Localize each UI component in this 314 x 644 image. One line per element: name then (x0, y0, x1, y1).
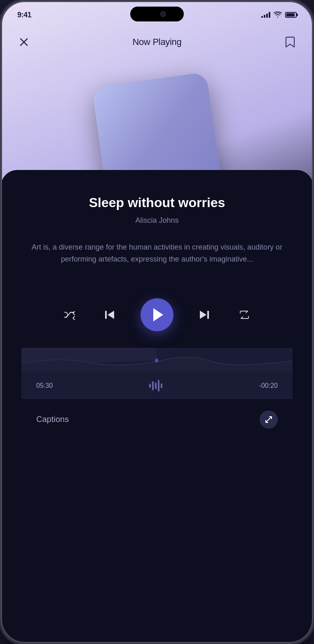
header: Now Playing (1, 26, 313, 54)
play-icon (153, 308, 163, 321)
time-row: 05:30 -00:20 (21, 373, 293, 399)
signal-icon (261, 12, 270, 18)
captions-bar: Captions (21, 399, 293, 440)
waveform-center-bars (149, 379, 162, 392)
status-time: 9:41 (17, 11, 31, 19)
dark-section: Sleep without worries Aliscia Johns Art … (1, 170, 313, 643)
track-title: Sleep without worries (21, 195, 293, 210)
status-icons (261, 12, 297, 18)
wifi-icon (274, 12, 282, 18)
svg-rect-1 (207, 311, 209, 319)
progress-section[interactable]: 05:30 -00:20 (21, 348, 293, 399)
play-button[interactable] (141, 298, 173, 331)
captions-label: Captions (36, 415, 69, 424)
bookmark-button[interactable] (282, 34, 298, 50)
waveform-svg (21, 348, 293, 373)
front-camera (160, 11, 166, 17)
waveform-display (21, 348, 293, 373)
page-title: Now Playing (133, 37, 182, 47)
svg-point-2 (155, 359, 159, 363)
svg-rect-0 (105, 311, 107, 319)
next-icon (197, 308, 211, 321)
remaining-time: -00:20 (259, 382, 278, 389)
repeat-icon (239, 309, 250, 321)
current-time: 05:30 (36, 382, 53, 389)
screen: 9:41 (1, 1, 313, 643)
phone-frame: 9:41 (0, 0, 314, 644)
expand-icon (265, 415, 273, 424)
bookmark-icon (285, 36, 295, 48)
track-artist: Aliscia Johns (21, 216, 293, 225)
track-description: Art is, a diverse range for the human ac… (21, 241, 293, 265)
shuffle-icon (64, 309, 75, 321)
close-icon (19, 38, 28, 47)
battery-icon (285, 12, 297, 18)
close-button[interactable] (16, 34, 32, 50)
next-button[interactable] (194, 305, 214, 325)
dynamic-island (130, 7, 184, 21)
playback-controls (21, 290, 293, 340)
previous-icon (103, 308, 117, 321)
shuffle-button[interactable] (60, 305, 80, 325)
repeat-button[interactable] (234, 305, 254, 325)
expand-button[interactable] (260, 410, 278, 429)
previous-button[interactable] (100, 305, 120, 325)
